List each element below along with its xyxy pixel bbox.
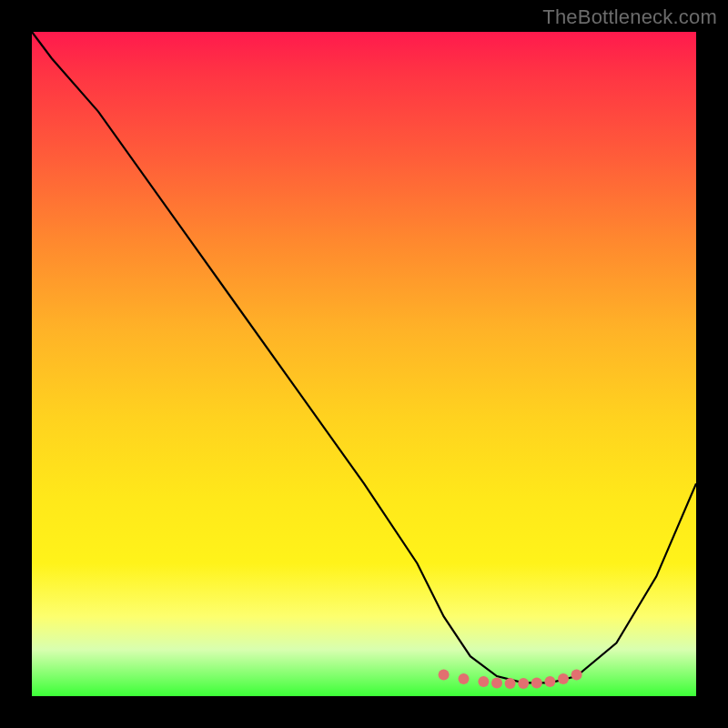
chart-svg	[32, 32, 696, 696]
highlight-dot	[558, 673, 569, 684]
highlight-dot	[439, 670, 450, 681]
chart-container: TheBottleneck.com	[0, 0, 728, 728]
highlight-dot	[491, 677, 502, 688]
highlight-dot	[478, 676, 489, 687]
watermark-text: TheBottleneck.com	[542, 5, 717, 29]
highlight-dot	[544, 676, 555, 687]
highlight-dot	[518, 678, 529, 689]
highlight-dot	[531, 677, 542, 688]
curve-line	[32, 32, 696, 682]
highlight-dot	[505, 678, 516, 689]
plot-area	[32, 32, 696, 696]
highlight-dot	[459, 673, 470, 684]
highlight-dot	[571, 670, 582, 681]
highlight-dots	[439, 670, 582, 690]
